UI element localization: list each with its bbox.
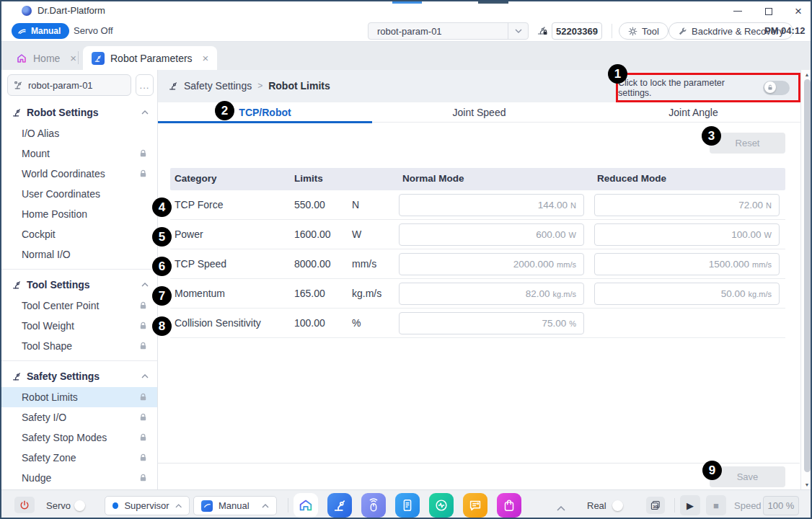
scroll-up-icon[interactable]: ▲: [801, 72, 812, 77]
limit-unit: %: [352, 317, 361, 329]
wrench-icon: [678, 27, 687, 36]
normal-mode-value: 75.00: [542, 318, 566, 329]
robot-mode-icon: [17, 27, 27, 36]
dock-task-document-app-icon[interactable]: [395, 493, 420, 518]
param-name-input[interactable]: robot-param-01: [7, 74, 131, 96]
tab-home-close-icon[interactable]: ×: [70, 52, 76, 64]
reduced-mode-input[interactable]: 100.00W: [594, 223, 780, 246]
sidebar-item-safety-io[interactable]: Safety I/O: [1, 407, 157, 427]
lock-settings-toggle[interactable]: [763, 81, 790, 95]
simulation-3d-button[interactable]: 3D: [646, 497, 665, 514]
play-button[interactable]: ▶: [680, 495, 700, 515]
sidebar-item-nudge[interactable]: Nudge: [1, 468, 157, 488]
normal-mode-input[interactable]: 144.00N: [399, 194, 584, 216]
unlock-icon: [767, 84, 773, 91]
limit-value: 1600.00: [294, 229, 331, 240]
normal-mode-input[interactable]: 82.00kg.m/s: [399, 283, 584, 305]
sidebar-item-normal-io[interactable]: Normal I/O: [1, 244, 157, 265]
sidebar-item-cockpit[interactable]: Cockpit: [1, 224, 157, 244]
tab-robot-parameters[interactable]: Robot Parameters ×: [83, 46, 217, 70]
normal-mode-unit: %: [569, 319, 576, 328]
speed-value[interactable]: 100 %: [763, 496, 799, 515]
annotation-badge-9: 9: [702, 461, 722, 480]
tab-robot-parameters-label: Robot Parameters: [110, 53, 193, 64]
sidebar-item-user-coordinates[interactable]: User Coordinates: [1, 184, 157, 204]
item-label: Tool Shape: [22, 340, 139, 352]
role-status-dot: [112, 502, 118, 509]
tab-joint-angle-label: Joint Angle: [668, 107, 718, 118]
tab-robot-parameters-close-icon[interactable]: ×: [203, 52, 209, 64]
sidebar-item-robot-limits[interactable]: Robot Limits: [1, 387, 157, 407]
tab-joint-speed[interactable]: Joint Speed: [372, 102, 586, 123]
sidebar-item-safety-stop-modes[interactable]: Safety Stop Modes: [1, 427, 157, 448]
reduced-mode-input[interactable]: 72.00N: [594, 194, 780, 216]
tool-button[interactable]: Tool: [619, 22, 668, 40]
sidebar-item-safety-zone[interactable]: Safety Zone: [1, 448, 157, 468]
section-robot-settings[interactable]: Robot Settings: [1, 102, 157, 123]
dock-store-app-icon[interactable]: [497, 493, 521, 518]
reduced-mode-unit: kg.m/s: [749, 290, 772, 298]
section-tool-settings[interactable]: Tool Settings: [1, 274, 157, 296]
user-role-select[interactable]: Supervisor: [105, 496, 190, 515]
dock-remote-control-app-icon[interactable]: [361, 493, 386, 518]
normal-mode-input[interactable]: 75.00%: [399, 312, 584, 334]
power-button[interactable]: [14, 497, 35, 513]
robot-arm-icon: [12, 371, 22, 381]
sidebar-item-home-position[interactable]: Home Position: [1, 204, 157, 224]
annotation-badge-2: 2: [215, 101, 234, 120]
manual-mode-label: Manual: [31, 26, 61, 36]
param-more-button[interactable]: ...: [136, 74, 154, 96]
normal-mode-value: 82.00: [526, 288, 550, 299]
vertical-scrollbar[interactable]: ▲ ▼: [800, 70, 812, 489]
tab-tcp-robot[interactable]: TCP/Robot: [158, 102, 372, 123]
section-safety-settings[interactable]: Safety Settings: [1, 365, 157, 387]
robot-param-icon: [14, 80, 24, 90]
section-title: Safety Settings: [27, 371, 141, 382]
breadcrumb-band: Safety Settings > Robot Limits Click to …: [158, 70, 800, 102]
operation-mode-select[interactable]: Manual: [193, 496, 277, 515]
lock-icon: [139, 321, 147, 330]
breadcrumb-parent[interactable]: Safety Settings: [184, 80, 252, 92]
category-cell: TCP Speed: [175, 258, 226, 270]
reduced-mode-value: 1500.000: [709, 259, 749, 270]
maximize-button[interactable]: [754, 1, 783, 21]
dock-monitoring-app-icon[interactable]: [429, 493, 454, 518]
robot-param-select[interactable]: robot-param-01: [368, 22, 529, 40]
limits-table: Category Limits Normal Mode Reduced Mode…: [170, 168, 785, 338]
normal-mode-input[interactable]: 600.00W: [399, 223, 584, 246]
tab-separator: [78, 51, 79, 64]
dock-home-app-icon[interactable]: [294, 493, 318, 518]
chevron-up-icon: [141, 283, 149, 287]
scrollbar-thumb[interactable]: [804, 79, 811, 472]
gear-icon: [628, 27, 637, 36]
lock-settings-highlight: Click to lock the parameter settings.: [616, 73, 800, 102]
operation-mode-value: Manual: [219, 500, 256, 511]
dock-collapse-icon[interactable]: [557, 501, 565, 514]
stop-button[interactable]: ■: [706, 495, 726, 515]
dock-robot-settings-app-icon[interactable]: [327, 493, 352, 518]
sidebar-item-io-alias[interactable]: I/O Alias: [1, 123, 157, 143]
minimize-button[interactable]: [723, 1, 752, 21]
category-cell: Momentum: [175, 288, 225, 299]
param-name-value: robot-param-01: [28, 80, 93, 91]
close-button[interactable]: ×: [784, 1, 812, 21]
sidebar-item-mount[interactable]: Mount: [1, 143, 157, 164]
annotation-badge-5: 5: [152, 227, 172, 247]
manual-mode-button[interactable]: Manual: [12, 23, 69, 39]
scroll-down-icon[interactable]: ▼: [801, 482, 812, 487]
category-cell: Collision Sensitivity: [175, 317, 261, 329]
section-divider: [1, 269, 157, 270]
reduced-mode-input[interactable]: 1500.000mm/s: [594, 253, 780, 275]
tab-joint-angle[interactable]: Joint Angle: [586, 102, 800, 123]
sidebar-item-tool-center-point[interactable]: Tool Center Point: [1, 296, 157, 316]
normal-mode-input[interactable]: 2000.000mm/s: [399, 253, 584, 275]
sidebar-item-world-coordinates[interactable]: World Coordinates: [1, 164, 157, 184]
annotation-badge-6: 6: [152, 257, 172, 276]
sidebar-item-tool-weight[interactable]: Tool Weight: [1, 316, 157, 336]
annotation-badge-8: 8: [152, 316, 172, 336]
reduced-mode-input[interactable]: 50.00kg.m/s: [594, 283, 780, 305]
normal-mode-value: 144.00: [538, 200, 568, 210]
tab-home[interactable]: Home ×: [7, 46, 85, 70]
dock-message-app-icon[interactable]: [463, 493, 487, 518]
sidebar-item-tool-shape[interactable]: Tool Shape: [1, 336, 157, 356]
